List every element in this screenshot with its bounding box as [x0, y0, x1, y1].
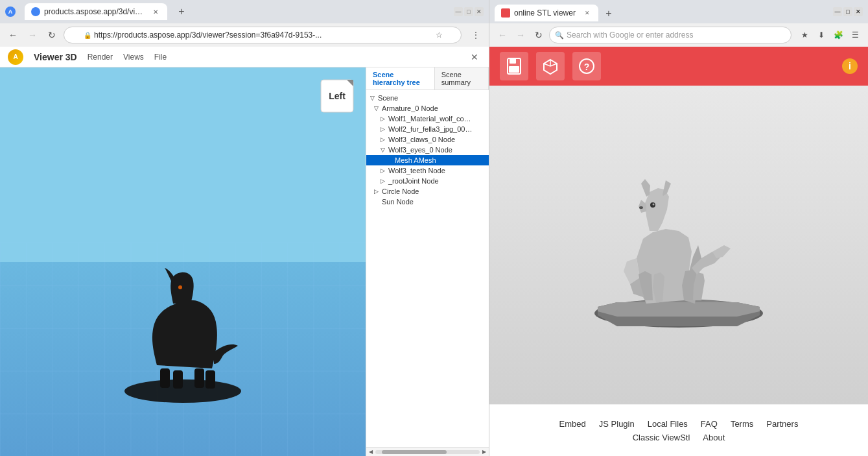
tree-arrow: ▷ — [381, 167, 388, 174]
maximize-btn[interactable]: □ — [464, 7, 473, 16]
wolf-3d-model — [588, 161, 769, 330]
right-browser-window: online STL viewer ✕ + — □ ✕ ← → ↻ 🔍 Sear… — [489, 0, 868, 456]
left-tab-bar: A products.aspose.app/3d/view... ✕ + — □… — [0, 0, 489, 23]
right-back-btn[interactable]: ← — [495, 27, 510, 43]
menu-render[interactable]: Render — [88, 53, 113, 62]
menu-icon[interactable]: ☰ — [847, 27, 863, 43]
scene-summary-tab[interactable]: Scene summary — [435, 67, 489, 90]
footer-link-about[interactable]: About — [703, 433, 725, 442]
stl-save-btn[interactable] — [500, 52, 528, 80]
right-window-controls: — □ ✕ — [454, 7, 484, 16]
viewport-3d-left[interactable]: Left — [0, 67, 366, 456]
svg-rect-11 — [510, 58, 516, 64]
stl-app-content: ? i — [489, 47, 868, 456]
hscroll-thumb[interactable] — [382, 450, 447, 454]
close-window-btn[interactable]: ✕ — [475, 7, 484, 16]
tree-arrow: ▷ — [381, 136, 388, 143]
footer-link-js-plugin[interactable]: JS Plugin — [599, 419, 635, 429]
svg-text:Left: Left — [329, 91, 346, 101]
tree-arrow: ▽ — [374, 105, 382, 112]
footer-link-partners[interactable]: Partners — [766, 419, 798, 429]
bookmark-icon[interactable]: ☆ — [436, 30, 443, 40]
tree-label: Wolf3_claws_0 Node — [388, 136, 455, 143]
download-icon[interactable]: ⬇ — [814, 27, 829, 43]
footer-link-faq[interactable]: FAQ — [701, 419, 718, 429]
stl-viewport[interactable] — [489, 86, 868, 404]
tab-favicon-left — [31, 7, 40, 16]
stl-info-badge[interactable]: i — [842, 58, 858, 74]
tree-item-wolf3-claws[interactable]: ▷ Wolf3_claws_0 Node — [366, 134, 489, 145]
scene-hierarchy-tab[interactable]: Scene hierarchy tree — [366, 67, 435, 90]
tree-item-mesh-amesh[interactable]: Mesh AMesh — [366, 155, 489, 165]
right-close-window[interactable]: ✕ — [854, 7, 863, 16]
search-icon: 🔍 — [555, 31, 564, 40]
back-btn[interactable]: ← — [5, 27, 21, 43]
tree-arrow: ▽ — [370, 95, 378, 101]
right-tab-favicon — [501, 8, 510, 18]
new-tab-button[interactable]: + — [174, 4, 189, 19]
tree-item-wolf3-teeth[interactable]: ▷ Wolf3_teeth Node — [366, 165, 489, 176]
scroll-right-arrow[interactable]: ▶ — [482, 449, 486, 455]
stl-help-btn[interactable]: ? — [572, 52, 601, 80]
app-title-bar: A Viewer 3D Render Views File ✕ — [0, 47, 489, 67]
right-tab-close[interactable]: ✕ — [583, 8, 592, 18]
svg-rect-12 — [509, 66, 519, 73]
reload-btn[interactable]: ↻ — [44, 27, 60, 43]
tree-arrow: ▷ — [381, 115, 388, 122]
right-toolbar-icons: ★ ⬇ 🧩 ☰ — [797, 27, 863, 43]
footer-link-local-files[interactable]: Local Files — [648, 419, 688, 429]
svg-marker-22 — [598, 302, 760, 317]
tree-item-wolf2[interactable]: ▷ Wolf2_fur_fella3_jpg_001_0... — [366, 124, 489, 134]
right-active-tab[interactable]: online STL viewer ✕ — [495, 5, 598, 21]
tree-item-armature[interactable]: ▽ Armature_0 Node — [366, 103, 489, 114]
footer-link-embed[interactable]: Embed — [559, 419, 586, 429]
stl-footer: Embed JS Plugin Local Files FAQ Terms Pa… — [489, 404, 868, 456]
viewer-main: Left — [0, 67, 489, 456]
svg-text:?: ? — [584, 62, 590, 72]
footer-link-terms[interactable]: Terms — [731, 419, 753, 429]
tree-label: Wolf3_teeth Node — [388, 167, 445, 174]
right-reload-btn[interactable]: ↻ — [531, 27, 546, 43]
tree-item-wolf3-eyes[interactable]: ▽ Wolf3_eyes_0 Node — [366, 145, 489, 155]
tree-item-sun[interactable]: Sun Node — [366, 197, 489, 207]
extensions-icon[interactable]: 🧩 — [830, 27, 846, 43]
stl-3d-btn[interactable] — [536, 52, 565, 80]
left-browser-window: A products.aspose.app/3d/view... ✕ + — □… — [0, 0, 489, 456]
active-tab[interactable]: products.aspose.app/3d/view... ✕ — [25, 3, 167, 20]
tree-item-wolf1[interactable]: ▷ Wolf1_Material_wolf_col_tg... — [366, 114, 489, 124]
scene-scrollbar[interactable]: ◀ ▶ — [366, 447, 489, 456]
forward-btn[interactable]: → — [25, 27, 40, 43]
app-menu: Render Views File — [88, 53, 167, 62]
browser-favicon: A — [5, 6, 16, 17]
tree-label: _rootJoint Node — [388, 177, 439, 185]
right-new-tab-btn[interactable]: + — [601, 6, 616, 21]
hscroll-track[interactable] — [375, 450, 480, 454]
minimize-btn[interactable]: — — [454, 7, 463, 16]
right-minimize[interactable]: — — [833, 7, 842, 16]
url-input-left[interactable]: 🔒 https://products.aspose.app/3d/viewer?… — [64, 27, 462, 43]
address-bar-left: ← → ↻ 🔒 https://products.aspose.app/3d/v… — [0, 23, 489, 47]
menu-file[interactable]: File — [154, 53, 167, 62]
svg-point-9 — [178, 285, 182, 289]
url-text-left: https://products.aspose.app/3d/viewer?se… — [94, 30, 433, 40]
orientation-cube: Left — [318, 77, 357, 115]
svg-point-38 — [653, 203, 655, 205]
scroll-left-arrow[interactable]: ◀ — [369, 449, 373, 455]
right-maximize[interactable]: □ — [843, 7, 852, 16]
tree-label: Armature_0 Node — [382, 104, 438, 112]
bookmarks-icon[interactable]: ★ — [797, 27, 812, 43]
tree-item-circle[interactable]: ▷ Circle Node — [366, 186, 489, 197]
extensions-btn[interactable]: ⋮ — [468, 27, 484, 43]
right-url-input[interactable]: 🔍 Search with Google or enter address — [549, 27, 792, 43]
footer-link-classic[interactable]: Classic ViewStl — [633, 433, 690, 442]
menu-views[interactable]: Views — [123, 53, 144, 62]
tree-item-scene[interactable]: ▽ Scene — [366, 93, 489, 103]
svg-rect-6 — [173, 370, 183, 389]
right-forward-btn[interactable]: → — [513, 27, 528, 43]
tab-close-left[interactable]: ✕ — [150, 6, 161, 17]
tree-item-rootjoint[interactable]: ▷ _rootJoint Node — [366, 176, 489, 186]
right-tab-title: online STL viewer — [514, 8, 579, 18]
svg-marker-29 — [641, 179, 650, 197]
app-close-btn[interactable]: ✕ — [468, 51, 481, 64]
right-tabs: online STL viewer ✕ + — [495, 2, 616, 21]
